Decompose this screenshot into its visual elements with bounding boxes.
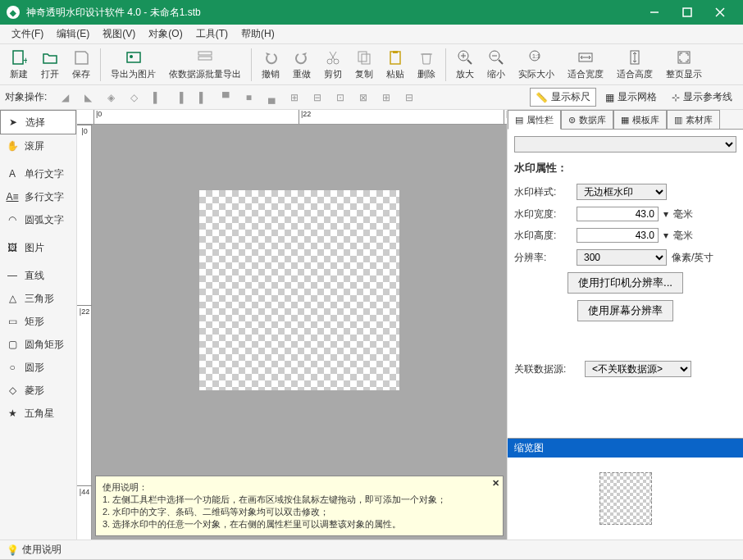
object-toolbar: 对象操作: ◢ ◣ ◈ ◇ ▌ ▐ ▌ ▀ ■ ▄ ⊞ ⊟ ⊡ ⊠ ⊞ ⊟ 📏显… (0, 85, 743, 110)
show-grid-toggle[interactable]: ▦显示网格 (599, 88, 663, 107)
cursor-icon: ➤ (6, 115, 21, 130)
rect-tool[interactable]: ▭矩形 (0, 310, 76, 333)
object-selector[interactable] (514, 136, 736, 153)
tab-database[interactable]: ⊜数据库 (561, 110, 613, 130)
same-height-icon[interactable]: ⊠ (353, 88, 373, 107)
export-batch-button[interactable]: 依数据源批量导出 (162, 46, 248, 84)
bulb-icon: 💡 (7, 544, 19, 556)
fit-height-button[interactable]: 适合高度 (610, 46, 659, 84)
show-ruler-toggle[interactable]: 📏显示标尺 (530, 88, 596, 107)
diamond-tool[interactable]: ◇菱形 (0, 379, 76, 402)
new-button[interactable]: +新建 (3, 46, 34, 84)
tab-templates[interactable]: ▦模板库 (613, 110, 667, 130)
minimize-button[interactable] (646, 4, 663, 20)
menu-bar: 文件(F) 编辑(E) 视图(V) 对象(O) 工具(T) 帮助(H) (0, 25, 743, 44)
copy-button[interactable]: 复制 (349, 46, 380, 84)
zoom-in-button[interactable]: 放大 (449, 46, 481, 84)
line-tool[interactable]: —直线 (0, 264, 76, 287)
canvas[interactable]: ✕ 使用说明： 1. 左侧工具栏中选择一个功能后，在画布区域按住鼠标左键拖动，即… (92, 125, 507, 540)
menu-edit[interactable]: 编辑(E) (50, 25, 96, 43)
delete-button[interactable]: 删除 (411, 46, 442, 84)
tab-assets[interactable]: ▥素材库 (667, 110, 720, 130)
right-panel: ▤属性栏 ⊜数据库 ▦模板库 ▥素材库 水印属性： 水印样式: 无边框水印 水印… (507, 110, 743, 540)
layer-bottom-icon[interactable]: ◇ (124, 88, 144, 107)
dist-h-icon[interactable]: ⊞ (285, 88, 304, 107)
svg-point-7 (130, 55, 133, 58)
height-input[interactable] (577, 228, 659, 243)
undo-button[interactable]: 撤销 (255, 46, 286, 84)
help-close-button[interactable]: ✕ (492, 478, 499, 489)
svg-text:+: + (23, 55, 27, 66)
align-middle-icon[interactable]: ■ (239, 88, 258, 107)
fit-width-button[interactable]: 适合宽度 (561, 46, 610, 84)
select-tool[interactable]: ➤选择 (0, 110, 76, 134)
spin-icon[interactable]: ▾ (663, 230, 668, 241)
align-top-icon[interactable]: ▀ (216, 88, 235, 107)
cut-button[interactable]: 剪切 (317, 46, 349, 84)
zoom-out-button[interactable]: 缩小 (481, 46, 512, 84)
zoom-out-icon (487, 48, 505, 66)
layer-down-icon[interactable]: ◣ (78, 88, 98, 107)
svg-rect-4 (13, 51, 23, 64)
triangle-icon: △ (5, 291, 20, 306)
star-tool[interactable]: ★五角星 (0, 402, 76, 425)
width-input[interactable] (577, 207, 659, 221)
help-button[interactable]: 💡 使用说明 (0, 541, 68, 558)
title-bar: ◆ 神奇透明水印设计软件 4.0 - 未命名1.stb (0, 0, 743, 25)
single-text-tool[interactable]: A单行文字 (0, 162, 76, 185)
properties-panel: 水印属性： 水印样式: 无边框水印 水印宽度: ▾ 毫米 水印高度: ▾ 毫米 … (508, 130, 743, 438)
actual-size-button[interactable]: 1:1实际大小 (512, 46, 561, 84)
roundrect-tool[interactable]: ▢圆角矩形 (0, 333, 76, 356)
tab-properties[interactable]: ▤属性栏 (508, 110, 561, 130)
link-select[interactable]: <不关联数据源> (585, 361, 691, 377)
paste-button[interactable]: 粘贴 (380, 46, 411, 84)
bottom-bar: 💡 使用说明 (0, 540, 743, 559)
multi-text-tool[interactable]: A≡多行文字 (0, 185, 76, 208)
svg-rect-6 (127, 52, 140, 62)
printer-res-button[interactable]: 使用打印机分辨率... (568, 272, 683, 294)
dist-v-icon[interactable]: ⊟ (308, 88, 327, 107)
cut-icon (324, 48, 342, 66)
triangle-tool[interactable]: △三角形 (0, 287, 76, 310)
pan-tool[interactable]: ✋滚屏 (0, 134, 76, 157)
layer-up-icon[interactable]: ◢ (55, 88, 75, 107)
menu-object[interactable]: 对象(O) (142, 25, 189, 43)
svg-rect-1 (683, 8, 691, 16)
save-button[interactable]: 保存 (66, 46, 97, 84)
redo-button[interactable]: 重做 (286, 46, 317, 84)
maximize-button[interactable] (679, 4, 695, 20)
align-left-icon[interactable]: ▌ (147, 88, 166, 107)
open-button[interactable]: 打开 (34, 46, 66, 84)
props-icon: ▤ (515, 115, 523, 125)
group-icon[interactable]: ⊞ (376, 88, 396, 107)
ellipse-tool[interactable]: ○圆形 (0, 356, 76, 379)
spin-icon[interactable]: ▾ (663, 208, 668, 220)
svg-rect-8 (198, 52, 212, 55)
image-tool[interactable]: 🖼图片 (0, 236, 76, 259)
same-width-icon[interactable]: ⊡ (330, 88, 350, 107)
watermark-canvas[interactable] (199, 190, 399, 390)
menu-file[interactable]: 文件(F) (5, 25, 50, 43)
menu-tools[interactable]: 工具(T) (189, 25, 235, 43)
arc-text-tool[interactable]: ◠圆弧文字 (0, 208, 76, 231)
show-guides-toggle[interactable]: ⊹显示参考线 (666, 88, 738, 107)
menu-view[interactable]: 视图(V) (96, 25, 142, 43)
style-select[interactable]: 无边框水印 (577, 184, 667, 200)
export-image-button[interactable]: 导出为图片 (104, 46, 162, 84)
res-select[interactable]: 300 (577, 249, 667, 266)
window-title: 神奇透明水印设计软件 4.0 - 未命名1.stb (26, 6, 646, 20)
link-label: 关联数据源: (514, 362, 580, 376)
align-bottom-icon[interactable]: ▄ (262, 88, 281, 107)
actual-size-icon: 1:1 (527, 48, 545, 66)
arctext-icon: ◠ (5, 212, 20, 227)
layer-top-icon[interactable]: ◈ (101, 88, 121, 107)
align-center-icon[interactable]: ▐ (170, 88, 189, 107)
menu-help[interactable]: 帮助(H) (235, 25, 281, 43)
screen-res-button[interactable]: 使用屏幕分辨率 (577, 300, 673, 321)
left-tool-panel: ➤选择 ✋滚屏 A单行文字 A≡多行文字 ◠圆弧文字 🖼图片 —直线 △三角形 … (0, 110, 77, 540)
fit-page-button[interactable]: 整页显示 (659, 46, 709, 84)
copy-icon (355, 48, 373, 66)
close-button[interactable] (712, 4, 728, 20)
ungroup-icon[interactable]: ⊟ (399, 88, 419, 107)
align-right-icon[interactable]: ▌ (193, 88, 212, 107)
